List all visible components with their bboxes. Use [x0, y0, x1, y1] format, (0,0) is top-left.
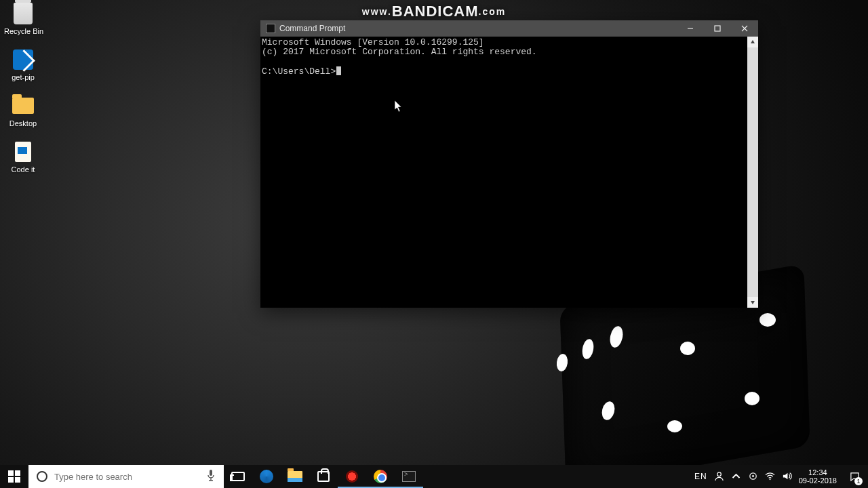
clock-date: 09-02-2018: [799, 476, 837, 485]
svg-rect-0: [715, 26, 720, 31]
desktop-icon-label: Code it: [4, 165, 42, 174]
microsoft-store-icon: [317, 471, 330, 482]
task-view-icon: [231, 472, 245, 481]
desktop-icon-desktop[interactable]: Desktop: [4, 94, 42, 127]
get-pip-icon: [11, 47, 35, 72]
svg-rect-2: [15, 470, 20, 476]
wallpaper-die-pip: [760, 313, 776, 327]
scroll-up-button[interactable]: [747, 37, 758, 47]
taskbar-app-microsoft-store[interactable]: [309, 465, 338, 488]
desktop-icon-get-pip[interactable]: get-pip: [4, 47, 42, 81]
desktop-icon-recycle-bin[interactable]: Recycle Bin: [4, 1, 42, 35]
notification-badge: 1: [854, 477, 863, 485]
clock-time: 12:34: [799, 468, 837, 476]
location-icon[interactable]: [748, 471, 758, 483]
svg-rect-1: [8, 470, 14, 476]
taskbar-app-microsoft-edge[interactable]: [252, 465, 281, 488]
clock[interactable]: 12:34 09-02-2018: [799, 468, 837, 485]
bandicam-icon: [346, 470, 358, 483]
tray-chevron-up-icon[interactable]: [731, 471, 741, 483]
taskbar-app-task-view[interactable]: [224, 465, 252, 488]
volume-icon[interactable]: [782, 471, 792, 483]
desktop-icon-label: Desktop: [4, 119, 42, 127]
desktop-icon-label: get-pip: [4, 73, 42, 81]
svg-rect-5: [210, 470, 212, 476]
taskbar: EN 12:34 09-02-2018 1: [0, 465, 868, 488]
scrollbar[interactable]: [747, 37, 758, 308]
people-icon[interactable]: [714, 471, 724, 483]
command-prompt-icon: [402, 471, 416, 482]
search-input[interactable]: [54, 465, 198, 488]
command-prompt-window[interactable]: Command Prompt Microsoft Windows [Versio…: [260, 20, 758, 308]
google-chrome-icon: [374, 470, 387, 483]
microphone-icon[interactable]: [206, 469, 216, 484]
terminal-caret: [336, 66, 341, 75]
svg-rect-3: [8, 477, 14, 483]
svg-point-8: [752, 475, 754, 477]
command-prompt-icon: [266, 24, 275, 33]
taskbar-app-google-chrome[interactable]: [366, 465, 395, 488]
terminal-output[interactable]: Microsoft Windows [Version 10.0.16299.12…: [260, 37, 747, 308]
svg-point-9: [769, 479, 770, 480]
recycle-bin-icon: [11, 1, 35, 26]
file-explorer-icon: [288, 471, 302, 482]
input-language[interactable]: EN: [694, 472, 707, 481]
scroll-down-button[interactable]: [747, 297, 758, 308]
wifi-icon[interactable]: [765, 471, 775, 483]
action-center-button[interactable]: 1: [844, 465, 865, 488]
minimize-button[interactable]: [677, 20, 704, 37]
desktop-icon: [11, 94, 35, 118]
search-box[interactable]: [28, 465, 224, 488]
bandicam-watermark: www.BANDICAM.com: [0, 3, 868, 20]
taskbar-app-file-explorer[interactable]: [281, 465, 309, 488]
taskbar-app-command-prompt[interactable]: [395, 465, 423, 488]
close-button[interactable]: [731, 20, 758, 37]
svg-rect-4: [15, 477, 20, 483]
system-tray: EN 12:34 09-02-2018 1: [688, 465, 868, 488]
wallpaper-die-pip: [745, 392, 760, 405]
desktop-icon-code-it[interactable]: Code it: [4, 140, 42, 174]
titlebar[interactable]: Command Prompt: [260, 20, 758, 37]
maximize-button[interactable]: [704, 20, 731, 37]
wallpaper-die-pip: [667, 420, 682, 432]
microsoft-edge-icon: [260, 470, 273, 483]
wallpaper-die-pip: [680, 342, 695, 355]
svg-point-6: [717, 472, 721, 476]
cortana-circle-icon: [37, 471, 47, 482]
code-it-icon: [11, 140, 35, 164]
start-button[interactable]: [0, 465, 28, 488]
taskbar-app-bandicam[interactable]: [338, 465, 366, 488]
window-title: Command Prompt: [279, 24, 345, 33]
desktop-icon-label: Recycle Bin: [4, 27, 42, 35]
